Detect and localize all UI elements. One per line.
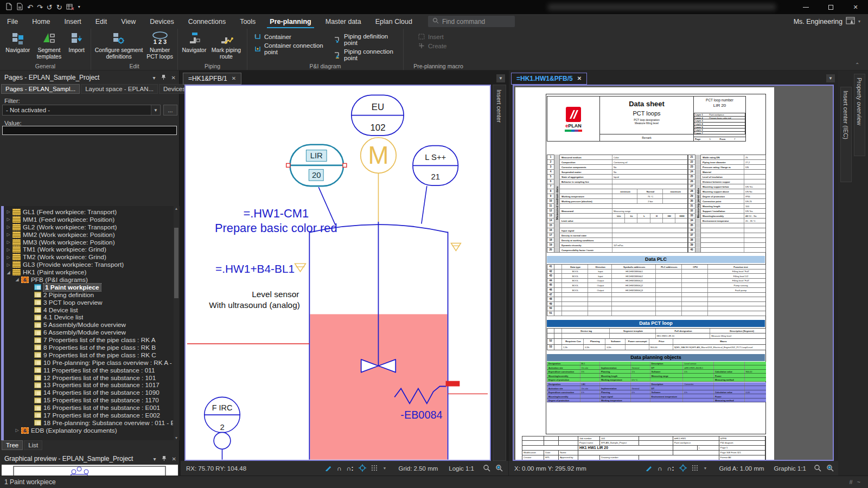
grid-toggle-icon[interactable]: [692, 465, 699, 472]
datasheet-canvas[interactable]: ePLAN Data sheet PCT loops PCT loop desi…: [513, 85, 834, 461]
collapse-ribbon-icon[interactable]: ⌃: [855, 62, 859, 68]
menu-tab-file[interactable]: File: [0, 14, 25, 29]
redo-icon[interactable]: ↷: [37, 4, 43, 11]
status-misc-icon2[interactable]: ~: [857, 479, 860, 485]
value-input[interactable]: [2, 126, 177, 135]
tree-item[interactable]: 16 Properties list of the substance : E0…: [5, 404, 173, 412]
menu-tab-view[interactable]: View: [114, 14, 143, 29]
panel-close-icon[interactable]: ✕: [172, 456, 176, 462]
macro-insert-button[interactable]: Insert: [418, 33, 447, 40]
tree-item[interactable]: ▷TM2 (Work workpiece: Grind): [5, 253, 173, 261]
draw-mode-icon[interactable]: [325, 465, 332, 472]
tree-item[interactable]: 17 Properties list of the substance : E0…: [5, 412, 173, 419]
piping-navigator-button[interactable]: Navigator: [180, 30, 208, 53]
tree-item[interactable]: 18 Pre-planning: Substance overview : 01…: [5, 419, 173, 427]
menu-tab-home[interactable]: Home: [25, 14, 57, 29]
selection-handle[interactable]: [286, 163, 290, 167]
filter-select[interactable]: - Not activated - ▼: [2, 105, 161, 115]
insert-center-strip[interactable]: Insert center: [493, 85, 506, 461]
tree-collapsed-arrow-icon[interactable]: ▷: [5, 240, 11, 245]
panel-menu-icon[interactable]: ▾: [153, 75, 156, 81]
grid-toggle-icon[interactable]: [371, 465, 378, 472]
tree-item[interactable]: 7 Properties list of the pipe class : RK…: [5, 336, 173, 344]
tree-collapsed-arrow-icon[interactable]: ▷: [5, 247, 11, 252]
tab-close-icon[interactable]: ✕: [577, 75, 582, 81]
tree-collapsed-arrow-icon[interactable]: ▷: [5, 262, 11, 267]
piping-connection-point-button[interactable]: Piping connection point: [334, 48, 397, 61]
tree-item[interactable]: 12 Properties list of the substance : 10…: [5, 374, 173, 382]
tree-item[interactable]: ▷&EDB (Explanatory documents): [5, 427, 173, 434]
configure-segment-definitions-button[interactable]: Configure segment definitions: [93, 30, 144, 60]
zoom-area-icon[interactable]: [826, 464, 834, 473]
maximize-button[interactable]: [818, 0, 843, 14]
qat-customize-icon[interactable]: ▾: [78, 5, 80, 9]
tree-item[interactable]: ▷GL3 (Provide workpiece: Transport): [5, 261, 173, 268]
tree-scrollbar[interactable]: ▲ ▼: [174, 206, 179, 440]
tree-list-tab-tree[interactable]: Tree: [2, 440, 23, 450]
editor-tab[interactable]: =HK1.HW1&PFB/5 ✕: [511, 73, 587, 85]
panel-close-icon[interactable]: ✕: [171, 75, 176, 81]
pages-panel-tab[interactable]: Pages - EPLAN_Sampl...: [1, 84, 80, 94]
tree-item[interactable]: 13 Properties list of the substance : 10…: [5, 381, 173, 389]
tree-item[interactable]: ▷GL2 (Work workpiece: Transport): [5, 223, 173, 231]
tree-collapsed-arrow-icon[interactable]: ▷: [14, 428, 20, 433]
menu-tab-devices[interactable]: Devices: [143, 14, 181, 29]
editor-tab[interactable]: =HK1&PFB/1 ✕: [183, 73, 241, 85]
scroll-down-icon[interactable]: ▼: [174, 436, 179, 440]
import-button[interactable]: Import: [65, 30, 88, 53]
tree-expanded-arrow-icon[interactable]: ◢: [14, 277, 20, 282]
tree-item[interactable]: 11 Properties list of the substance : 01…: [5, 367, 173, 374]
container-button[interactable]: Container: [254, 33, 325, 40]
user-account[interactable]: Ms. Engineering ▾: [794, 17, 868, 26]
tree-collapsed-arrow-icon[interactable]: ▷: [5, 255, 11, 260]
mark-piping-route-button[interactable]: Mark piping route: [208, 30, 244, 60]
zoom-icon[interactable]: [483, 464, 490, 473]
undo-list-icon[interactable]: ↺: [47, 4, 53, 11]
filter-more-button[interactable]: ...: [163, 105, 177, 115]
tree-item[interactable]: ◢&PFB (P&I diagrams): [5, 276, 173, 284]
tree-list-tab-list[interactable]: List: [24, 440, 42, 450]
pin-icon[interactable]: [162, 455, 167, 463]
redo-list-icon[interactable]: ↻: [56, 4, 62, 11]
zoom-icon[interactable]: [814, 464, 821, 473]
menu-tab-tools[interactable]: Tools: [233, 14, 263, 29]
number-pct-loops-button[interactable]: 1 2 3 Number PCT loops: [144, 30, 175, 60]
insert-center-tab[interactable]: Insert center: [496, 85, 502, 123]
menu-tab-eplan-cloud[interactable]: Eplan Cloud: [368, 14, 419, 29]
snap-symbol-icon[interactable]: ∩: [658, 465, 662, 472]
minimize-button[interactable]: [793, 0, 818, 14]
tree-item[interactable]: ▷GL1 (Feed workpiece: Transport): [5, 208, 173, 216]
selection-handle[interactable]: [343, 163, 347, 167]
tree-item[interactable]: 14 Properties list of the substance : 10…: [5, 389, 173, 396]
menu-tab-master-data[interactable]: Master data: [318, 14, 368, 29]
insert-center-iec-tab[interactable]: Insert center (IEC): [840, 87, 852, 182]
segment-templates-button[interactable]: Segment templates: [34, 30, 65, 60]
tree-item[interactable]: 4 Device list: [5, 306, 173, 314]
tree-item[interactable]: 3 PCT loop overview: [5, 299, 173, 306]
undo-icon[interactable]: ↶: [27, 4, 33, 11]
new-page-icon[interactable]: [5, 3, 12, 11]
pid-canvas[interactable]: EU 102 M LIR 20 L S++ 21 =.HW1-CM1 Prepa…: [184, 85, 491, 461]
open-page-icon[interactable]: [16, 3, 23, 11]
pages-panel-tab[interactable]: Layout space - EPLAN...: [81, 84, 158, 94]
snap-symbol-icon[interactable]: ∩: [337, 465, 342, 472]
tree-item[interactable]: 8 Properties list of the pipe class : RK…: [5, 344, 173, 351]
tree-item[interactable]: ▷MM1 (Feed workpiece: Position): [5, 216, 173, 223]
menu-tab-pre-planning[interactable]: Pre-planning: [263, 14, 318, 29]
tree-item[interactable]: 1 Paint workpiece: [5, 284, 173, 291]
tree-item[interactable]: 15 Properties list of the substance : 11…: [5, 396, 173, 404]
panel-menu-icon[interactable]: ▾: [154, 456, 156, 462]
piping-definition-point-button[interactable]: Piping definition point: [334, 33, 397, 46]
property-overview-tab[interactable]: Property overview: [854, 74, 865, 156]
snap-logic-icon[interactable]: ∩:: [347, 465, 354, 472]
snap-logic-icon[interactable]: ∩:: [667, 465, 674, 472]
find-command-input[interactable]: Find command: [428, 16, 515, 27]
container-connection-point-button[interactable]: Container connection point: [254, 42, 325, 55]
pin-icon[interactable]: [161, 74, 166, 81]
scroll-up-icon[interactable]: ▲: [174, 207, 179, 210]
tree-item[interactable]: 4.1 Device list: [5, 313, 173, 321]
tree-item[interactable]: 10 Pre-planning: Pipe class overview : R…: [5, 359, 173, 367]
draw-mode-icon[interactable]: [646, 465, 653, 472]
grid-dropdown-icon[interactable]: ▼: [704, 466, 707, 470]
menu-tab-connections[interactable]: Connections: [181, 14, 233, 29]
